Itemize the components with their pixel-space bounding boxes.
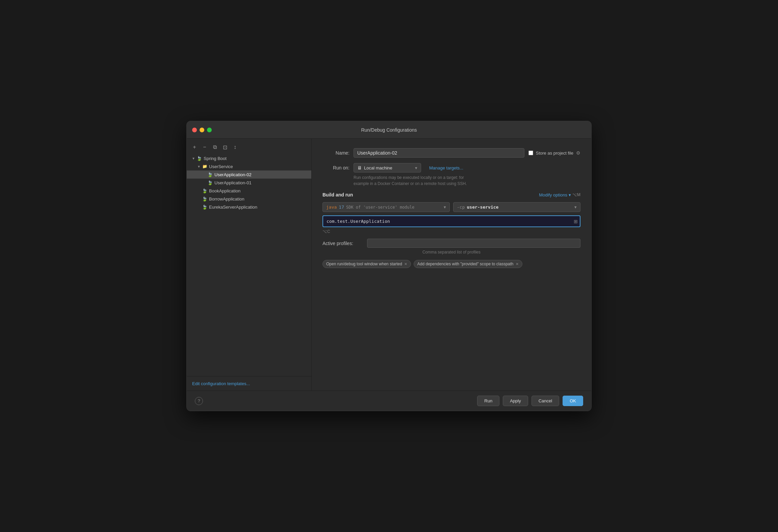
expand-spacer-4 (196, 196, 202, 202)
tag-add-dependencies: Add dependencies with "provided" scope t… (414, 260, 522, 268)
minimize-button[interactable] (200, 128, 204, 132)
build-and-run-title: Build and run (322, 192, 353, 197)
java-keyword: java (326, 205, 337, 210)
expand-spacer-1 (202, 172, 207, 177)
sidebar-item-borrow-app[interactable]: 🍃 BorrowApplication (187, 195, 311, 203)
run-on-label: Run on: (322, 165, 349, 170)
edit-templates-link[interactable]: Edit configuration templates... (192, 381, 250, 386)
sidebar-item-user-app-01[interactable]: 🍃 UserApplication-01 (187, 179, 311, 187)
tags-row: Open run/debug tool window when started … (322, 260, 580, 268)
active-profiles-label: Active profiles: (322, 241, 363, 246)
sdk-dropdown[interactable]: java 17 SDK of 'user-service' module ▾ (322, 202, 450, 212)
sidebar-tree: ▼ 🍃 Spring Boot ▼ 📁 UserService 🍃 UserAp… (187, 153, 311, 376)
sidebar-item-user-service[interactable]: ▼ 📁 UserService (187, 162, 311, 170)
expand-spacer-2 (202, 180, 207, 185)
run-on-row: Run on: 🖥 Local machine ▾ Manage targets… (322, 163, 580, 187)
spring-icon-5: 🍃 (202, 204, 208, 210)
sidebar-item-label-eureka: EurekaServerApplication (209, 205, 307, 210)
browse-main-class-icon[interactable]: ⊞ (574, 219, 578, 224)
shortcut-hint: ⌥C (322, 229, 580, 234)
tag-open-window-close[interactable]: ✕ (404, 262, 407, 266)
window-title: Run/Debug Configurations (361, 127, 417, 133)
local-machine-dropdown[interactable]: 🖥 Local machine ▾ (354, 163, 421, 172)
main-panel: Name: Store as project file ⚙ Run on: 🖥 … (312, 139, 591, 391)
active-profiles-input[interactable] (367, 239, 580, 248)
help-button[interactable]: ? (195, 397, 203, 405)
cancel-button[interactable]: Cancel (531, 396, 559, 406)
spring-icon-3: 🍃 (202, 188, 208, 194)
modify-shortcut: ⌥M (572, 192, 580, 197)
active-profiles-row: Active profiles: (322, 239, 580, 248)
build-and-run-header: Build and run Modify options ▾ ⌥M (322, 192, 580, 197)
gear-icon[interactable]: ⚙ (576, 150, 580, 156)
build-run-dropdowns-row: java 17 SDK of 'user-service' module ▾ -… (322, 202, 580, 212)
tag-add-dependencies-close[interactable]: ✕ (516, 262, 519, 266)
expand-arrow-spring-boot: ▼ (191, 156, 196, 161)
expand-spacer-3 (196, 188, 202, 193)
tag-open-window: Open run/debug tool window when started … (322, 260, 411, 268)
sidebar-item-label-book-app: BookApplication (209, 188, 307, 193)
add-button[interactable]: + (191, 143, 198, 151)
run-button[interactable]: Run (477, 396, 499, 406)
cp-prefix: -cp (457, 205, 465, 210)
cp-value: user-service (467, 205, 498, 210)
cp-chevron-icon: ▾ (574, 205, 577, 210)
spring-boot-icon: 🍃 (196, 155, 202, 161)
maximize-button[interactable] (207, 128, 212, 132)
chevron-modify-icon: ▾ (569, 192, 571, 197)
name-input[interactable] (354, 148, 524, 158)
ok-button[interactable]: OK (563, 396, 583, 406)
remove-button[interactable]: − (201, 143, 208, 151)
computer-icon: 🖥 (357, 165, 362, 170)
close-button[interactable] (192, 128, 197, 132)
store-project-row: Store as project file ⚙ (528, 150, 580, 156)
store-as-project-checkbox[interactable] (528, 151, 533, 155)
bottom-bar: ? Run Apply Cancel OK (187, 391, 591, 411)
sidebar-item-label-spring-boot: Spring Boot (204, 156, 307, 161)
cp-dropdown[interactable]: -cp user-service ▾ (453, 202, 580, 212)
run-on-hint: Run configurations may be executed local… (354, 175, 580, 187)
modify-options-label: Modify options (539, 192, 567, 197)
sidebar-item-label-user-service: UserService (209, 164, 307, 169)
chevron-down-icon: ▾ (415, 165, 417, 170)
run-manage-row: 🖥 Local machine ▾ Manage targets... (354, 163, 580, 172)
sidebar-item-label-borrow-app: BorrowApplication (209, 196, 307, 202)
sidebar-item-eureka[interactable]: 🍃 EurekaServerApplication (187, 203, 311, 211)
tag-add-dependencies-label: Add dependencies with "provided" scope t… (417, 262, 514, 266)
folder-button[interactable]: ⊡ (221, 143, 229, 151)
main-class-input-row: ⊞ (322, 215, 580, 227)
java-version: 17 (339, 205, 344, 210)
expand-spacer-5 (196, 204, 202, 210)
sidebar-footer: Edit configuration templates... (187, 376, 311, 391)
run-debug-configurations-window: Run/Debug Configurations + − ⧉ ⊡ ↕ ▼ 🍃 S… (186, 121, 592, 411)
tag-open-window-label: Open run/debug tool window when started (326, 262, 402, 266)
profiles-hint: Comma separated list of profiles (322, 250, 580, 255)
sidebar-item-book-app[interactable]: 🍃 BookApplication (187, 187, 311, 195)
sidebar-item-spring-boot[interactable]: ▼ 🍃 Spring Boot (187, 154, 311, 162)
main-class-input[interactable] (322, 215, 580, 227)
name-label: Name: (322, 150, 349, 156)
spring-icon-1: 🍃 (207, 171, 213, 178)
sidebar-item-user-app-02[interactable]: 🍃 UserApplication-02 (187, 170, 311, 179)
sidebar: + − ⧉ ⊡ ↕ ▼ 🍃 Spring Boot ▼ 📁 UserServic… (187, 139, 312, 391)
apply-button[interactable]: Apply (503, 396, 528, 406)
sdk-chevron-icon: ▾ (444, 205, 446, 210)
sort-button[interactable]: ↕ (231, 143, 239, 151)
spring-icon-2: 🍃 (207, 180, 213, 186)
title-bar: Run/Debug Configurations (187, 121, 591, 139)
expand-arrow-user-service: ▼ (196, 164, 202, 169)
copy-button[interactable]: ⧉ (211, 143, 218, 151)
local-machine-label: Local machine (364, 165, 392, 170)
sidebar-toolbar: + − ⧉ ⊡ ↕ (187, 141, 311, 153)
name-row: Name: Store as project file ⚙ (322, 148, 580, 158)
sdk-detail: SDK of 'user-service' module (346, 205, 414, 210)
folder-icon: 📁 (202, 163, 208, 169)
main-content: + − ⧉ ⊡ ↕ ▼ 🍃 Spring Boot ▼ 📁 UserServic… (187, 139, 591, 391)
store-as-project-label: Store as project file (536, 151, 573, 156)
sidebar-item-label-user-app-01: UserApplication-01 (214, 180, 307, 185)
run-on-content: 🖥 Local machine ▾ Manage targets... Run … (354, 163, 580, 187)
modify-options-button[interactable]: Modify options ▾ ⌥M (539, 192, 580, 197)
traffic-lights (192, 128, 212, 132)
manage-targets-link[interactable]: Manage targets... (429, 165, 463, 170)
sidebar-item-label-user-app-02: UserApplication-02 (214, 172, 307, 177)
